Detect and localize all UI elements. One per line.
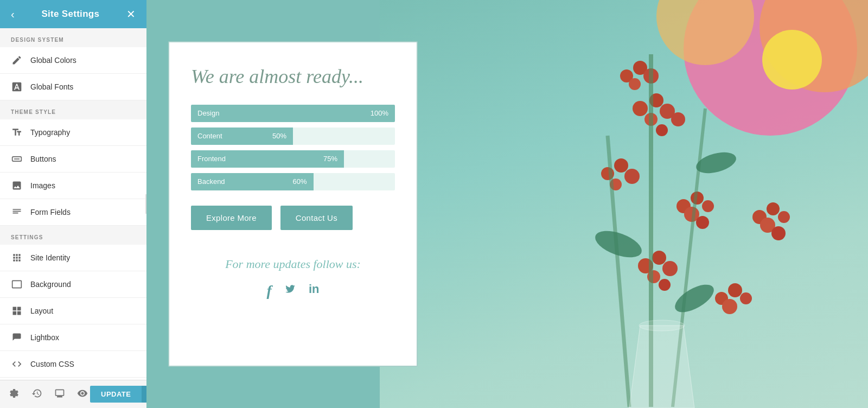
- progress-item: Design 100%: [191, 105, 395, 122]
- svg-point-42: [671, 279, 718, 317]
- sidebar-item-layout[interactable]: Layout: [0, 298, 146, 324]
- follow-section: For more updates follow us: f in: [191, 252, 395, 299]
- sidebar-item-typography[interactable]: Typography: [0, 119, 146, 146]
- desktop-toolbar-icon[interactable]: [52, 386, 67, 403]
- pen-icon: [11, 54, 23, 66]
- svg-point-45: [639, 320, 685, 331]
- social-icons: f in: [191, 282, 395, 299]
- sidebar-item-background[interactable]: Background: [0, 271, 146, 298]
- design-system-label: DESIGN SYSTEM: [0, 28, 146, 47]
- progress-fill: Content 50%: [191, 127, 293, 145]
- theme-style-label: THEME STYLE: [0, 100, 146, 119]
- svg-point-15: [624, 169, 640, 184]
- svg-point-29: [740, 292, 752, 304]
- lightbox-icon: [11, 331, 23, 343]
- update-arrow-button[interactable]: ▲: [142, 386, 146, 403]
- sidebar-item-lightbox[interactable]: Lightbox: [0, 324, 146, 351]
- svg-point-31: [767, 202, 780, 215]
- progress-pct: 50%: [272, 132, 286, 140]
- background-label: Background: [30, 280, 71, 289]
- sidebar-item-global-colors[interactable]: Global Colors: [0, 47, 146, 74]
- progress-label: Content: [197, 132, 222, 140]
- progress-label: Design: [197, 109, 219, 117]
- svg-point-20: [696, 216, 709, 229]
- progress-pct: 75%: [323, 155, 337, 163]
- history-toolbar-icon[interactable]: [29, 386, 44, 403]
- svg-point-24: [662, 261, 678, 276]
- button-row: Explore More Contact Us: [191, 206, 395, 230]
- eye-toolbar-icon[interactable]: [75, 386, 90, 403]
- close-button[interactable]: ✕: [124, 5, 138, 23]
- svg-point-34: [771, 226, 786, 240]
- follow-text: For more updates follow us:: [191, 257, 395, 271]
- svg-point-27: [728, 283, 742, 297]
- form-fields-label: Form Fields: [30, 208, 71, 216]
- svg-point-5: [762, 30, 822, 90]
- sidebar-item-images[interactable]: Images: [0, 173, 146, 199]
- progress-item: Backend 60%: [191, 173, 395, 190]
- svg-point-25: [659, 279, 671, 291]
- progress-section: Design 100% Content 50% Frontend 75%: [191, 105, 395, 190]
- typography-icon: [11, 126, 23, 138]
- sidebar-item-form-fields[interactable]: Form Fields: [0, 199, 146, 226]
- progress-item: Frontend 75%: [191, 150, 395, 168]
- site-identity-label: Site Identity: [30, 253, 70, 262]
- progress-bar-wrap: Design 100%: [191, 105, 395, 122]
- collapse-handle[interactable]: ‹: [145, 194, 146, 214]
- update-btn-group: UPDATE ▲: [90, 386, 146, 403]
- layout-label: Layout: [30, 307, 53, 315]
- custom-css-icon: [11, 358, 23, 370]
- settings-label: SETTINGS: [0, 226, 146, 245]
- progress-item: Content 50%: [191, 127, 395, 145]
- svg-point-19: [702, 200, 714, 212]
- sidebar-toolbar: UPDATE ▲: [0, 380, 146, 408]
- svg-point-37: [629, 78, 641, 90]
- custom-css-label: Custom CSS: [30, 360, 74, 368]
- sidebar-title: Site Settings: [41, 9, 99, 20]
- progress-label: Frontend: [197, 155, 226, 163]
- settings-toolbar-icon[interactable]: [7, 386, 22, 403]
- sidebar-header: ‹ Site Settings ✕: [0, 0, 146, 28]
- sidebar-item-buttons[interactable]: Buttons: [0, 146, 146, 173]
- progress-bar-wrap: Content 50%: [191, 127, 395, 145]
- images-icon: [11, 180, 23, 192]
- linkedin-icon[interactable]: in: [309, 282, 320, 299]
- explore-more-button[interactable]: Explore More: [191, 206, 272, 230]
- global-fonts-label: Global Fonts: [30, 82, 73, 91]
- fonts-icon: [11, 81, 23, 93]
- page-card: We are almost ready... Design 100% Conte…: [168, 41, 418, 367]
- progress-label: Backend: [197, 177, 225, 186]
- images-label: Images: [30, 181, 55, 190]
- progress-bar-wrap: Backend 60%: [191, 173, 395, 190]
- back-button[interactable]: ‹: [9, 6, 17, 23]
- contact-us-button[interactable]: Contact Us: [280, 206, 353, 230]
- progress-fill: Frontend 75%: [191, 150, 344, 168]
- sidebar-content: DESIGN SYSTEM Global Colors Global Fonts…: [0, 28, 146, 408]
- buttons-label: Buttons: [30, 155, 56, 163]
- twitter-icon[interactable]: [285, 282, 296, 299]
- sidebar-item-global-fonts[interactable]: Global Fonts: [0, 74, 146, 100]
- global-colors-label: Global Colors: [30, 56, 76, 65]
- svg-point-28: [722, 299, 737, 314]
- layout-icon: [11, 305, 23, 317]
- sidebar-item-custom-css[interactable]: Custom CSS: [0, 351, 146, 378]
- progress-bar-wrap: Frontend 75%: [191, 150, 395, 168]
- update-button[interactable]: UPDATE: [90, 386, 142, 403]
- canvas-area: We are almost ready... Design 100% Conte…: [146, 0, 868, 408]
- site-identity-icon: [11, 252, 23, 264]
- card-title: We are almost ready...: [191, 64, 395, 90]
- sidebar-item-site-identity[interactable]: Site Identity: [0, 245, 146, 271]
- svg-point-22: [652, 251, 666, 265]
- lightbox-label: Lightbox: [30, 333, 59, 342]
- background-decoration: [380, 0, 868, 408]
- facebook-icon[interactable]: f: [267, 282, 272, 299]
- form-fields-icon: [11, 206, 23, 218]
- buttons-icon: [11, 153, 23, 165]
- svg-point-10: [656, 124, 668, 136]
- progress-fill: Backend 60%: [191, 173, 314, 190]
- svg-point-11: [671, 112, 685, 126]
- sidebar: ‹ Site Settings ✕ DESIGN SYSTEM Global C…: [0, 0, 146, 408]
- toolbar-icons: [7, 386, 90, 403]
- svg-point-13: [614, 158, 628, 173]
- progress-pct: 100%: [371, 109, 388, 117]
